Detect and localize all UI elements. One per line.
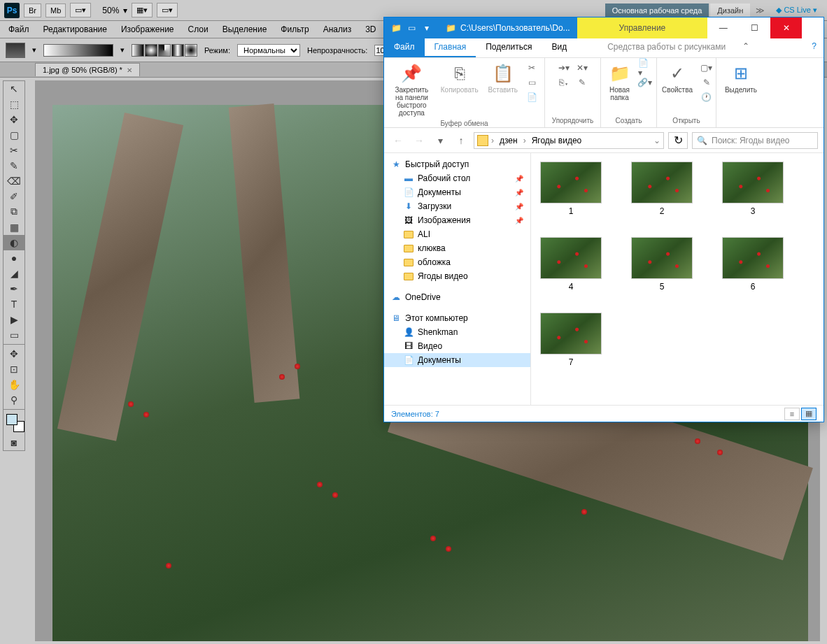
new-folder-button[interactable]: 📁 Новая папка [606, 61, 634, 103]
gradient-tool[interactable]: ◐ [3, 235, 24, 250]
menu-analysis[interactable]: Анализ [323, 24, 352, 34]
diamond-gradient-icon[interactable] [185, 44, 197, 57]
path-tool[interactable]: ▶ [3, 312, 24, 327]
menu-image[interactable]: Изображение [121, 24, 174, 34]
refresh-button[interactable]: ↻ [668, 132, 688, 149]
3d-camera-tool[interactable]: ⊡ [3, 362, 24, 377]
menu-layers[interactable]: Слои [188, 24, 208, 34]
minibridge-button[interactable]: Mb [45, 3, 66, 17]
select-button[interactable]: ⊞ Выделить [722, 61, 760, 95]
open-icon[interactable]: ▢▾ [700, 61, 714, 75]
menu-3d[interactable]: 3D [365, 24, 376, 34]
menu-file[interactable]: Файл [8, 24, 29, 34]
eraser-tool[interactable]: ▦ [3, 220, 24, 235]
paste-button[interactable]: 📋 Вставить [486, 61, 521, 95]
design-workspace[interactable]: Дизайн [710, 3, 750, 17]
nav-folder-klyukva[interactable]: клюква [384, 241, 530, 255]
type-tool[interactable]: T [3, 296, 24, 312]
nav-forward-icon[interactable]: → [411, 132, 427, 149]
gradient-picker[interactable] [43, 44, 113, 57]
nav-video[interactable]: 🎞Видео [384, 339, 530, 353]
delete-icon[interactable]: ✕▾ [575, 61, 589, 75]
file-item[interactable]: 2 [630, 162, 693, 216]
file-item[interactable]: 3 [721, 162, 784, 216]
foreground-color-swatch[interactable] [6, 414, 17, 425]
pen-tool[interactable]: ✒ [3, 281, 24, 296]
pin-button[interactable]: 📌 Закрепить на панели быстрого доступа [390, 61, 434, 118]
dodge-tool[interactable]: ◢ [3, 266, 24, 281]
zoom-level[interactable]: 50% [102, 6, 119, 15]
arrange-button[interactable]: ▦▾ [132, 3, 153, 17]
maximize-button[interactable]: ☐ [739, 17, 770, 38]
gradient-dropdown-icon[interactable]: ▾ [120, 45, 125, 55]
reflected-gradient-icon[interactable] [171, 44, 184, 57]
tab-close-icon[interactable]: ✕ [127, 66, 132, 74]
screen-mode-button[interactable]: ▭▾ [70, 3, 91, 17]
paste-shortcut-icon[interactable]: 📄 [525, 90, 539, 104]
zoom-tool[interactable]: ⚲ [3, 392, 24, 408]
breadcrumb-item[interactable]: дзен [497, 136, 521, 145]
minimize-button[interactable]: — [707, 17, 739, 38]
cslive-button[interactable]: ◆ CS Live ▾ [770, 3, 823, 17]
crop-tool[interactable]: ▢ [3, 127, 24, 143]
nav-documents[interactable]: 📄Документы📌 [384, 185, 530, 199]
search-box[interactable]: 🔍 Поиск: Ягоды видео [692, 132, 818, 149]
file-item[interactable]: 5 [630, 237, 693, 292]
tool-preset-icon[interactable] [6, 43, 25, 58]
close-button[interactable]: ✕ [770, 17, 802, 38]
more-workspaces-icon[interactable]: ≫ [751, 6, 769, 15]
history-brush-tool[interactable]: ⧉ [3, 204, 24, 220]
address-dropdown-icon[interactable]: ⌄ [653, 136, 660, 145]
blend-mode-select[interactable]: Нормальный [237, 44, 300, 57]
workspace-selector[interactable]: Основная рабочая среда [605, 3, 709, 17]
file-item[interactable]: 4 [539, 237, 602, 292]
nav-recent-icon[interactable]: ▾ [432, 132, 448, 149]
nav-downloads[interactable]: ⬇Загрузки📌 [384, 199, 530, 213]
rename-icon[interactable]: ✎ [575, 76, 589, 90]
onedrive-header[interactable]: ☁OneDrive [384, 290, 530, 304]
breadcrumb-item[interactable]: Ягоды видео [529, 136, 585, 145]
nav-shenkman[interactable]: 👤Shenkman [384, 325, 530, 339]
blur-tool[interactable]: ● [3, 250, 24, 266]
radial-gradient-icon[interactable] [145, 44, 157, 57]
explorer-titlebar[interactable]: 📁 ▭ ▾ 📁C:\Users\Пользователь\Do... Управ… [384, 17, 824, 38]
ribbon-tab-file[interactable]: Файл [384, 38, 425, 57]
hand-tool[interactable]: ✋ [3, 377, 24, 392]
nav-back-icon[interactable]: ← [390, 132, 407, 149]
nav-folder-ali[interactable]: ALI [384, 227, 530, 241]
folder-icon[interactable]: 📁 [390, 22, 402, 34]
quick-access-header[interactable]: ★Быстрый доступ [384, 157, 530, 171]
nav-folder-yagody[interactable]: Ягоды видео [384, 269, 530, 283]
ribbon-tab-home[interactable]: Главная [425, 38, 476, 57]
help-icon[interactable]: ? [805, 38, 824, 57]
eyedropper-tool[interactable]: ✂ [3, 143, 24, 158]
properties-button[interactable]: ✓ Свойства [659, 61, 695, 95]
dropdown-icon[interactable]: ▾ [32, 45, 36, 55]
file-item[interactable]: 7 [539, 313, 602, 367]
ribbon-collapse-icon[interactable]: ⌃ [735, 38, 756, 57]
cut-icon[interactable]: ✂ [525, 61, 539, 75]
qat-dropdown-icon[interactable]: ▾ [420, 22, 433, 34]
file-item[interactable]: 6 [721, 237, 784, 292]
easy-access-icon[interactable]: 🔗▾ [638, 76, 652, 90]
details-view-button[interactable]: ≡ [784, 408, 800, 420]
move-tool[interactable]: ↖ [3, 81, 24, 96]
3d-tool[interactable]: ✥ [3, 346, 24, 362]
zoom-dropdown-icon[interactable]: ▾ [123, 6, 127, 15]
brush-tool[interactable]: ⌫ [3, 173, 24, 189]
ribbon-tab-share[interactable]: Поделиться [476, 38, 542, 57]
lasso-tool[interactable]: ✥ [3, 112, 24, 127]
properties-qat-icon[interactable]: ▭ [405, 22, 418, 34]
nav-up-icon[interactable]: ↑ [453, 132, 469, 149]
navigation-pane[interactable]: ★Быстрый доступ ▬Рабочий стол📌 📄Документ… [384, 153, 531, 405]
edit-icon[interactable]: ✎ [700, 76, 714, 90]
shape-tool[interactable]: ▭ [3, 327, 24, 343]
nav-folder-oblozhka[interactable]: обложка [384, 255, 530, 269]
ribbon-tab-picture-tools[interactable]: Средства работы с рисунками [598, 38, 735, 57]
extras-button[interactable]: ▭▾ [157, 3, 178, 17]
thispc-header[interactable]: 🖥Этот компьютер [384, 311, 530, 325]
menu-edit[interactable]: Редактирование [43, 24, 107, 34]
contextual-tab-header[interactable]: Управление [577, 17, 708, 38]
copy-button[interactable]: ⎘ Копировать [438, 61, 481, 95]
icons-view-button[interactable]: ▦ [801, 408, 817, 420]
